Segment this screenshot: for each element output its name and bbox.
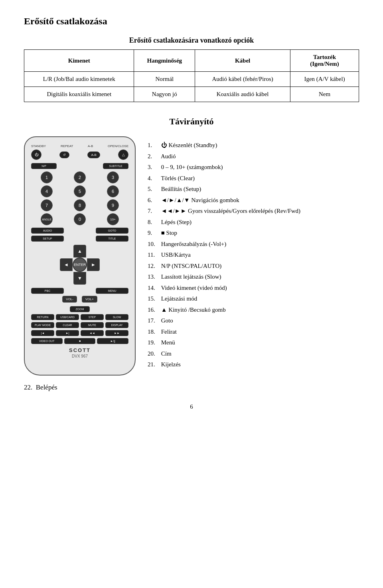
btn-slow[interactable]: SLOW bbox=[105, 314, 128, 320]
item-num: 18. bbox=[148, 327, 160, 337]
btn-fwd[interactable]: ►► bbox=[105, 330, 128, 336]
btn-enter[interactable]: ENTER bbox=[73, 258, 87, 272]
btn-display[interactable]: DISPLAY bbox=[105, 322, 128, 328]
item-text: Lassított lejátszás (Slow) bbox=[161, 273, 221, 280]
btn-vol-down[interactable]: VOL- bbox=[62, 296, 77, 303]
remote-list-item: 21. Kijelzés bbox=[148, 360, 359, 370]
btn-nav-up[interactable]: ▲ bbox=[73, 245, 86, 258]
btn-row-prev: |◄ ►| ◄◄ ►► bbox=[31, 330, 128, 336]
btn-row-stop: VIDEO OUT ■ ►/|| bbox=[31, 338, 128, 344]
item-text: Goto bbox=[161, 317, 173, 324]
item-text: N/P (NTSC/PAL/AUTO) bbox=[161, 263, 222, 269]
btn-title[interactable]: TITLE bbox=[96, 236, 128, 242]
btn-videoout[interactable]: VIDEO OUT bbox=[31, 338, 63, 344]
table-row: Digitális koaxiális kimenetNagyon jóKoax… bbox=[24, 87, 359, 102]
remote-list-item: 17. Goto bbox=[148, 316, 359, 326]
item-text: ⏻ Készenlét (Standby) bbox=[161, 142, 217, 148]
item-num: 20. bbox=[148, 349, 160, 359]
item-text: Beállítás (Setup) bbox=[161, 186, 201, 192]
remote-list-item: 8. Lépés (Step) bbox=[148, 217, 359, 228]
item-num: 10. bbox=[148, 239, 160, 250]
item-num: 8. bbox=[148, 217, 160, 228]
table-cell-hangminoseg: Nagyon jó bbox=[134, 87, 195, 102]
btn-5[interactable]: 5 bbox=[74, 185, 86, 197]
btn-angle[interactable]: ANGLE bbox=[41, 213, 53, 225]
table-row: L/R (Job/Bal audio kimenetekNormálAudió … bbox=[24, 72, 359, 87]
label-ab: A-B bbox=[88, 144, 93, 148]
btn-row-playmode: PLAY MODE CLEAR MUTE DISPLAY bbox=[31, 322, 128, 328]
btn-standby[interactable]: ⏻ bbox=[31, 149, 41, 160]
btn-usbcard[interactable]: USB/CARD bbox=[56, 314, 79, 320]
bottom-section: 22. Belépés bbox=[24, 383, 359, 391]
btn-4[interactable]: 4 bbox=[41, 185, 53, 197]
btn-repeat[interactable]: ↺ bbox=[59, 151, 69, 158]
item-text: Felirat bbox=[161, 328, 177, 335]
remote-layout: STANDBY REPEAT A-B OPEN/CLOSE ⏻ ↺ A-B △ … bbox=[24, 136, 359, 376]
col-header-kimenet: Kimenet bbox=[24, 50, 134, 72]
btn-menu[interactable]: MENU bbox=[96, 288, 128, 294]
btn-8[interactable]: 8 bbox=[74, 199, 86, 211]
btn-2[interactable]: 2 bbox=[74, 171, 86, 183]
item-text: USB/Kártya bbox=[161, 252, 191, 258]
btn-playpause[interactable]: ►/|| bbox=[97, 338, 128, 344]
btn-subtitle[interactable]: SUBTITLE bbox=[103, 163, 128, 169]
btn-zoom[interactable]: ZOOM bbox=[70, 306, 90, 312]
btn-7[interactable]: 7 bbox=[41, 199, 53, 211]
btn-pbc[interactable]: PBC bbox=[31, 288, 64, 294]
table-cell-tartozek: Nem bbox=[290, 87, 359, 102]
btn-goto[interactable]: GOTO bbox=[96, 228, 128, 234]
remote-control-image: STANDBY REPEAT A-B OPEN/CLOSE ⏻ ↺ A-B △ … bbox=[24, 136, 136, 376]
btn-step[interactable]: STEP bbox=[81, 314, 104, 320]
section-title: Erősítő csatlakozására vonatkozó opciók bbox=[24, 36, 359, 45]
remote-list-item: 13. Lassított lejátszás (Slow) bbox=[148, 272, 359, 282]
btn-nav-left[interactable]: ◄ bbox=[60, 258, 73, 271]
label-repeat: REPEAT bbox=[61, 144, 73, 148]
btn-next[interactable]: ►| bbox=[56, 330, 79, 336]
btn-10plus[interactable]: 10+ bbox=[107, 213, 119, 225]
item-text: 0 – 9, 10+ (számgombok) bbox=[161, 164, 223, 170]
item-text: ◄/►/▲/▼ Navigációs gombok bbox=[161, 197, 239, 203]
btn-openclose[interactable]: △ bbox=[118, 149, 128, 160]
btn-return[interactable]: RETURN bbox=[31, 314, 54, 320]
btn-row-np: N/P SUBTITLE bbox=[31, 163, 128, 169]
label-standby: STANDBY bbox=[31, 144, 46, 148]
col-header-hangminoseg: Hangminőség bbox=[134, 50, 195, 72]
btn-stop[interactable]: ■ bbox=[64, 338, 96, 344]
btn-ab[interactable]: A-B bbox=[87, 151, 100, 158]
item-num: 17. bbox=[148, 316, 160, 326]
btn-mute[interactable]: MUTE bbox=[81, 322, 104, 328]
remote-list-item: 15. Lejátszási mód bbox=[148, 294, 359, 304]
remote-list-item: 12. N/P (NTSC/PAL/AUTO) bbox=[148, 261, 359, 271]
nav-row-top: ▲ bbox=[73, 245, 86, 258]
connection-table: Kimenet Hangminőség Kábel Tartozék(Igen/… bbox=[24, 49, 359, 102]
btn-vol-up[interactable]: VOL+ bbox=[82, 296, 97, 303]
remote-list-item: 6. ◄/►/▲/▼ Navigációs gombok bbox=[148, 195, 359, 206]
vol-row: VOL- VOL+ bbox=[31, 296, 128, 303]
btn-9[interactable]: 9 bbox=[107, 199, 119, 211]
btn-audio[interactable]: AUDIO bbox=[31, 228, 64, 234]
btn-6[interactable]: 6 bbox=[107, 185, 119, 197]
item-num: 1. bbox=[148, 140, 160, 151]
item-text: ▲ Kinyitó /Becsukó gomb bbox=[161, 307, 226, 313]
btn-np[interactable]: N/P bbox=[31, 163, 57, 169]
btn-clear[interactable]: CLEAR bbox=[56, 322, 79, 328]
remote-list-item: 16. ▲ Kinyitó /Becsukó gomb bbox=[148, 305, 359, 315]
btn-3[interactable]: 3 bbox=[107, 171, 119, 183]
remote-ol: 1. ⏻ Készenlét (Standby)2. Audió3. 0 – 9… bbox=[148, 140, 359, 370]
btn-zoom-row: ZOOM bbox=[31, 305, 128, 312]
btn-nav-right[interactable]: ► bbox=[87, 258, 100, 271]
btn-prev[interactable]: |◄ bbox=[31, 330, 54, 336]
remote-list-item: 9. ■ Stop bbox=[148, 228, 359, 238]
btn-1[interactable]: 1 bbox=[41, 171, 53, 183]
item-text: Lépés (Step) bbox=[161, 219, 192, 225]
btn-0[interactable]: 0 bbox=[74, 213, 86, 225]
item-num: 6. bbox=[148, 195, 160, 206]
btn-playmode[interactable]: PLAY MODE bbox=[31, 322, 54, 328]
btn-setup[interactable]: SETUP bbox=[31, 236, 64, 242]
item-num: 13. bbox=[148, 272, 160, 282]
remote-section: Távirányító STANDBY REPEAT A-B OPEN/CLOS… bbox=[24, 116, 359, 391]
btn-nav-down[interactable]: ▼ bbox=[73, 272, 86, 285]
btn-rev[interactable]: ◄◄ bbox=[81, 330, 104, 336]
item-num: 4. bbox=[148, 173, 160, 184]
remote-list-item: 14. Videó kimenet (videó mód) bbox=[148, 283, 359, 293]
